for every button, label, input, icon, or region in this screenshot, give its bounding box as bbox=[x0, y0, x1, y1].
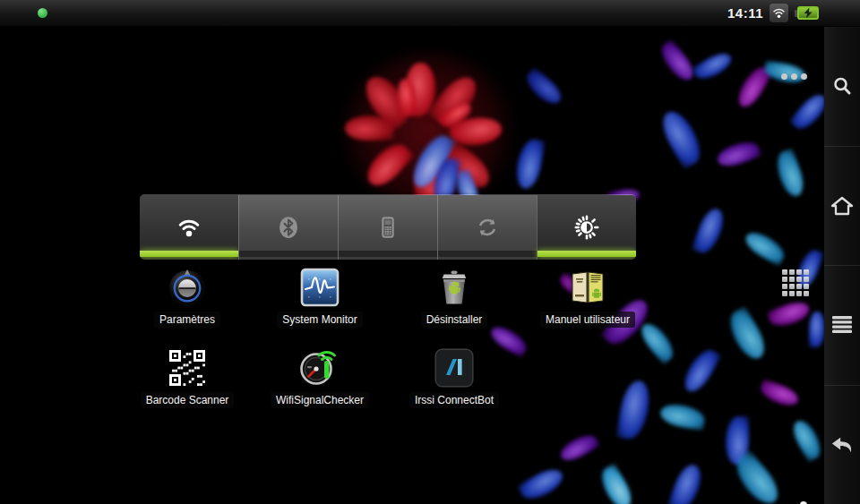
search-icon bbox=[831, 75, 853, 97]
home-button[interactable] bbox=[824, 146, 860, 266]
wallpaper-petal bbox=[656, 107, 708, 169]
back-button[interactable] bbox=[824, 385, 860, 504]
wallpaper-petal bbox=[513, 137, 545, 191]
home-icon bbox=[830, 195, 854, 217]
wallpaper-petal bbox=[742, 227, 789, 266]
wallpaper bbox=[0, 27, 824, 504]
sync-toggle-indicator bbox=[438, 251, 537, 257]
wallpaper-petal bbox=[692, 205, 727, 256]
wallpaper-petal bbox=[767, 298, 813, 330]
wallpaper-petal bbox=[517, 464, 566, 504]
settings-icon bbox=[167, 267, 208, 308]
phone-toggle-icon bbox=[374, 214, 401, 241]
app-desinstaller[interactable]: Désinstaller bbox=[388, 267, 520, 328]
clock: 14:11 bbox=[727, 5, 763, 21]
app-label: System Monitor bbox=[277, 312, 362, 328]
sync-toggle-icon bbox=[474, 214, 501, 241]
system-monitor-icon bbox=[299, 267, 340, 308]
wallpaper-petal bbox=[557, 430, 600, 465]
menu-icon bbox=[831, 315, 853, 335]
app-label: Paramètres bbox=[154, 312, 220, 328]
wallpaper-petal bbox=[789, 90, 824, 133]
android-home-screen: Paramètres System Monitor bbox=[0, 0, 860, 504]
notification-green-dot-icon[interactable] bbox=[38, 8, 47, 18]
wallpaper-petal bbox=[772, 148, 808, 199]
app-system-monitor[interactable]: System Monitor bbox=[254, 267, 386, 328]
wallpaper-petal bbox=[667, 461, 706, 504]
wallpaper-petal bbox=[680, 345, 722, 396]
wallpaper-petal bbox=[658, 402, 706, 431]
wallpaper-petal bbox=[723, 306, 770, 363]
app-drawer-grid-icon[interactable] bbox=[782, 269, 813, 300]
overflow-menu-icon[interactable] bbox=[778, 70, 811, 83]
connectbot-icon bbox=[434, 347, 475, 389]
brightness-toggle-indicator bbox=[538, 251, 636, 257]
wallpaper-petal bbox=[521, 67, 565, 108]
wallpaper-petal bbox=[715, 137, 762, 170]
brightness-toggle[interactable] bbox=[537, 195, 636, 260]
wallpaper-petal bbox=[788, 417, 824, 463]
app-label: Irssi ConnectBot bbox=[409, 392, 499, 408]
app-label: Barcode Scanner bbox=[141, 392, 235, 408]
wallpaper-petal bbox=[345, 115, 394, 141]
app-label: Désinstaller bbox=[421, 312, 488, 328]
wifi-toggle-icon bbox=[176, 214, 202, 241]
mobile-network-toggle-indicator bbox=[339, 251, 437, 257]
mobile-network-toggle[interactable] bbox=[338, 195, 437, 260]
sync-toggle[interactable] bbox=[437, 195, 537, 260]
wallpaper-petal bbox=[758, 379, 801, 409]
qr-code-icon bbox=[167, 347, 208, 389]
search-button[interactable] bbox=[824, 27, 860, 146]
app-parametres[interactable]: Paramètres bbox=[121, 267, 254, 328]
back-icon bbox=[830, 434, 854, 456]
battery-charging-icon bbox=[795, 6, 819, 20]
app-label: WifiSignalChecker bbox=[271, 392, 369, 408]
wallpaper-petal bbox=[692, 48, 735, 83]
wallpaper-petal bbox=[656, 39, 699, 85]
app-label: Manuel utilisateur bbox=[540, 312, 635, 328]
navigation-bar bbox=[824, 27, 860, 504]
user-manual-icon bbox=[567, 267, 608, 308]
brightness-toggle-icon bbox=[573, 214, 600, 241]
menu-button[interactable] bbox=[824, 265, 860, 385]
bluetooth-toggle-icon bbox=[275, 214, 302, 241]
app-irssi-connectbot[interactable]: Irssi ConnectBot bbox=[388, 347, 520, 408]
status-bar: 14:11 bbox=[0, 0, 860, 27]
app-wifisignalchecker[interactable]: WifiSignalChecker bbox=[254, 347, 386, 408]
wifi-toggle[interactable] bbox=[140, 195, 238, 260]
wallpaper-petal bbox=[615, 379, 652, 441]
wallpaper-petal bbox=[809, 312, 824, 347]
wallpaper-petal bbox=[596, 463, 637, 504]
bluetooth-toggle-indicator bbox=[239, 251, 338, 257]
app-manuel-utilisateur[interactable]: Manuel utilisateur bbox=[521, 267, 654, 328]
app-barcode-scanner[interactable]: Barcode Scanner bbox=[121, 347, 254, 408]
bluetooth-toggle[interactable] bbox=[238, 195, 338, 260]
home-workspace: Paramètres System Monitor bbox=[0, 27, 824, 504]
wifi-status-icon bbox=[770, 4, 788, 22]
wifi-gauge-icon bbox=[299, 347, 340, 389]
uninstall-trash-icon bbox=[434, 267, 475, 308]
power-control-widget bbox=[140, 194, 636, 260]
wifi-toggle-indicator bbox=[140, 251, 238, 257]
